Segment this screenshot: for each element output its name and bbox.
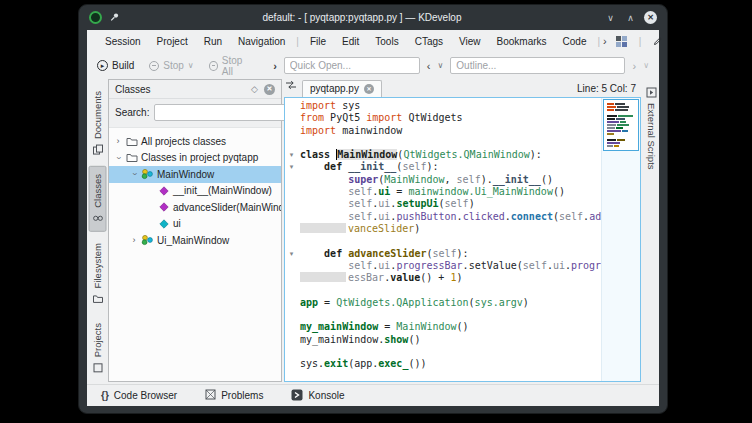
minimap-line xyxy=(607,142,635,144)
menu-bookmarks[interactable]: Bookmarks xyxy=(489,36,555,47)
code-line[interactable]: self.ui.setupUi(self) xyxy=(300,198,601,210)
kdevelop-window: default: - [ pyqtapp:pyqtapp.py ] — KDev… xyxy=(78,4,668,414)
tree-row[interactable]: ›Classes in project pyqtapp xyxy=(109,150,281,167)
tree-item-label: Ui_MainWindow xyxy=(155,235,229,246)
code-line[interactable]: my_mainWindow.show() xyxy=(300,334,601,346)
menu-project[interactable]: Project xyxy=(149,36,196,47)
code-line[interactable]: essBar.value() + 1) xyxy=(300,272,601,284)
gutter-cell xyxy=(285,358,298,370)
nav-back-chevron[interactable]: ‹ xyxy=(427,60,431,72)
code-area[interactable]: import sysfrom PyQt5 import QtWidgetsimp… xyxy=(298,98,601,381)
statusbar-item-label: Code Browser xyxy=(114,390,177,401)
menu-view[interactable]: View xyxy=(451,36,489,47)
toolbar-overflow-chevron[interactable]: › xyxy=(273,60,277,72)
fold-marker-icon[interactable]: ▾ xyxy=(285,161,298,173)
expander-icon[interactable]: › xyxy=(112,136,124,146)
menu-edit[interactable]: Edit xyxy=(334,36,367,47)
code-line[interactable]: app = QtWidgets.QApplication(sys.argv) xyxy=(300,297,601,309)
document-switcher-icon[interactable] xyxy=(285,76,297,94)
gutter-cell xyxy=(285,198,298,210)
minimap-column[interactable] xyxy=(601,98,640,381)
build-button[interactable]: ▸ Build xyxy=(97,60,134,71)
code-line[interactable]: from PyQt5 import QtWidgets xyxy=(300,112,601,124)
close-button[interactable]: ✕ xyxy=(644,11,657,24)
menu-tools[interactable]: Tools xyxy=(367,36,406,47)
search-label: Search: xyxy=(115,107,149,118)
statusbar-problems[interactable]: Problems xyxy=(205,389,263,403)
code-line[interactable]: import mainwindow xyxy=(300,125,601,137)
close-panel-icon[interactable]: ✕ xyxy=(264,84,275,95)
pin-icon[interactable] xyxy=(109,12,120,23)
outline-forward-chevron[interactable]: › xyxy=(632,60,636,72)
menubar-overflow-chevron[interactable]: › xyxy=(603,35,607,47)
sidebar-tab-classes[interactable]: Classes xyxy=(89,166,107,232)
code-line[interactable] xyxy=(300,137,601,149)
projects-icon xyxy=(92,363,104,374)
stop-all-button[interactable]: Stop All xyxy=(209,55,252,77)
tab-close-icon[interactable]: ✕ xyxy=(364,84,374,94)
tree-row[interactable]: advanceSlider(MainWindow) xyxy=(109,199,281,216)
code-editor[interactable]: ▾▾▾ import sysfrom PyQt5 import QtWidget… xyxy=(284,97,641,382)
statusbar: {}Code BrowserProblemsKonsole xyxy=(87,384,659,406)
window-content: SessionProjectRunNavigation|FileEditTool… xyxy=(87,30,659,406)
float-panel-icon[interactable]: ◇ xyxy=(251,84,258,94)
code-line[interactable] xyxy=(300,309,601,321)
statusbar-items: {}Code BrowserProblemsKonsole xyxy=(101,389,345,403)
tree-item-label: __init__(MainWindow) xyxy=(171,185,272,196)
menu-navigation[interactable]: Navigation xyxy=(230,36,293,47)
code-line[interactable]: import sys xyxy=(300,100,601,112)
maximize-button[interactable]: ∧ xyxy=(624,13,637,23)
minimize-button[interactable]: ∨ xyxy=(604,13,617,23)
code-line[interactable]: def __init__(self): xyxy=(300,161,601,173)
tab-pyqtapp[interactable]: pyqtapp.py ✕ xyxy=(302,80,382,97)
class-icon xyxy=(140,168,155,180)
code-line[interactable]: super(MainWindow, self).__init__() xyxy=(300,174,601,186)
area-switcher-icon[interactable] xyxy=(616,36,627,47)
sidebar-tab-filesystem[interactable]: Filesystem xyxy=(89,235,107,312)
code-line[interactable]: my_mainWindow = MainWindow() xyxy=(300,321,601,333)
statusbar-code-browser[interactable]: {}Code Browser xyxy=(101,389,177,403)
area-code-label: Code xyxy=(667,36,668,47)
code-line[interactable]: self.ui.pushButton.clicked.connect(self.… xyxy=(300,211,601,223)
code-line[interactable] xyxy=(300,284,601,296)
menu-run[interactable]: Run xyxy=(196,36,230,47)
expander-icon[interactable]: › xyxy=(128,235,140,245)
expander-icon[interactable]: › xyxy=(128,169,140,179)
code-line[interactable]: sys.exit(app.exec_()) xyxy=(300,358,601,370)
code-line[interactable] xyxy=(300,346,601,358)
build-icon: ▸ xyxy=(97,60,108,71)
sidebar-tab-projects[interactable]: Projects xyxy=(89,315,107,381)
menu-file[interactable]: File xyxy=(302,36,334,47)
fold-marker-icon[interactable]: ▾ xyxy=(285,248,298,260)
menu-session[interactable]: Session xyxy=(97,36,149,47)
statusbar-konsole[interactable]: Konsole xyxy=(291,389,344,403)
fold-marker-icon[interactable]: ▾ xyxy=(285,149,298,161)
quick-open-input[interactable] xyxy=(284,57,420,74)
gutter-cell xyxy=(285,321,298,333)
titlebar[interactable]: default: - [ pyqtapp:pyqtapp.py ] — KDev… xyxy=(79,5,667,30)
code-line[interactable]: vanceSlider) xyxy=(300,223,601,235)
tree-row[interactable]: ui xyxy=(109,216,281,233)
code-line[interactable]: self.ui.progressBar.setValue(self.ui.pro… xyxy=(300,260,601,272)
nav-dropdown-arrow[interactable]: ∨ xyxy=(437,61,443,70)
stop-dropdown-arrow[interactable]: ∨ xyxy=(188,61,194,70)
code-line[interactable]: def advanceSlider(self): xyxy=(300,248,601,260)
tree-row[interactable]: ›Ui_MainWindow xyxy=(109,232,281,249)
stop-button[interactable]: Stop ∨ xyxy=(149,60,193,71)
tree-row[interactable]: ›All projects classes xyxy=(109,133,281,150)
code-line[interactable] xyxy=(300,235,601,247)
sidebar-tab-external-scripts[interactable]: External Scripts xyxy=(645,83,658,174)
tree-row[interactable]: ›MainWindow xyxy=(109,166,281,183)
code-line[interactable]: self.ui = mainwindow.Ui_MainWindow() xyxy=(300,186,601,198)
menu-code[interactable]: Code xyxy=(555,36,595,47)
tree-row[interactable]: __init__(MainWindow) xyxy=(109,183,281,200)
outline-input[interactable] xyxy=(450,57,625,74)
code-line[interactable]: class MainWindow(QtWidgets.QMainWindow): xyxy=(300,149,601,161)
sidebar-tab-documents[interactable]: Documents xyxy=(89,83,107,163)
outline-dropdown-arrow[interactable]: ∨ xyxy=(643,61,649,70)
minimap-slider[interactable] xyxy=(603,99,639,151)
minimap-line xyxy=(607,130,635,132)
area-code-button[interactable]: Code xyxy=(653,36,668,47)
expander-icon[interactable]: › xyxy=(112,153,124,163)
menu-ctags[interactable]: CTags xyxy=(407,36,451,47)
